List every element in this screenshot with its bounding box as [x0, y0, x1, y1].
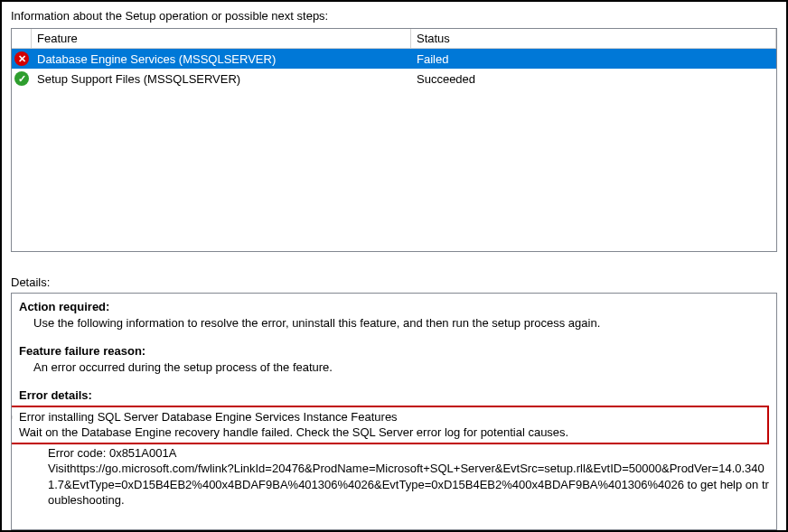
details-panel: Action required: Use the following infor… [11, 293, 777, 530]
error-icon: ✕ [12, 51, 32, 66]
failure-reason-heading: Feature failure reason: [19, 343, 769, 359]
col-icon-header [12, 29, 32, 48]
error-code-text: Error code: 0x851A001A [19, 445, 769, 462]
feature-cell: Setup Support Files (MSSQLSERVER) [32, 70, 411, 88]
action-required-heading: Action required: [19, 299, 769, 315]
table-row[interactable]: ✓ Setup Support Files (MSSQLSERVER) Succ… [12, 69, 776, 89]
action-required-text: Use the following information to resolve… [19, 315, 769, 331]
table-header-row: Feature Status [12, 29, 776, 49]
error-details-heading: Error details: [19, 387, 769, 404]
col-status-header[interactable]: Status [411, 29, 776, 48]
table-row[interactable]: ✕ Database Engine Services (MSSQLSERVER)… [12, 49, 776, 69]
status-cell: Succeeded [411, 70, 776, 88]
feature-status-table: Feature Status ✕ Database Engine Service… [11, 28, 777, 252]
success-icon: ✓ [12, 71, 32, 86]
feature-cell: Database Engine Services (MSSQLSERVER) [32, 51, 411, 68]
error-line-2: Wait on the Database Engine recovery han… [19, 425, 765, 441]
error-line-1: Error installing SQL Server Database Eng… [19, 409, 765, 425]
col-feature-header[interactable]: Feature [32, 29, 411, 48]
status-cell: Failed [411, 51, 776, 68]
details-heading: Details: [11, 275, 777, 289]
error-highlight-box: Error installing SQL Server Database Eng… [11, 406, 769, 444]
failure-reason-text: An error occurred during the setup proce… [19, 359, 769, 376]
error-link-text: Visithttps://go.microsoft.com/fwlink?Lin… [19, 461, 769, 509]
info-heading: Information about the Setup operation or… [11, 9, 777, 23]
